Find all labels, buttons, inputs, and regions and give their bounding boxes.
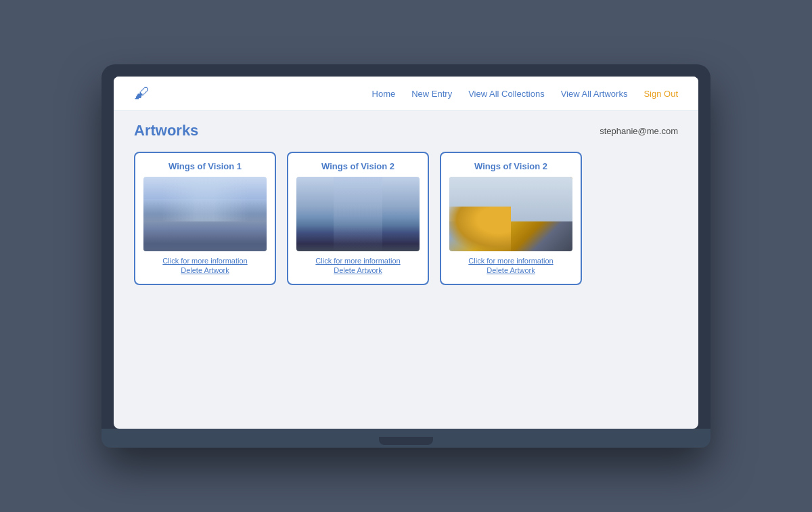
laptop-base [102,429,710,448]
laptop-notch [379,437,433,445]
nav-new-entry[interactable]: New Entry [411,89,452,99]
app-container: 🖌 Home New Entry View All Collections Vi… [114,77,698,429]
artworks-grid: Wings of Vision 1 Click for more informa… [114,146,698,305]
artwork-more-info-3[interactable]: Click for more information [449,257,572,265]
artwork-card-2: Wings of Vision 2 Click for more informa… [287,152,429,285]
nav-view-collections[interactable]: View All Collections [468,89,544,99]
logo-icon: 🖌 [134,85,149,102]
nav-home[interactable]: Home [372,89,396,99]
artwork-image-2 [296,177,420,251]
laptop-screen: 🖌 Home New Entry View All Collections Vi… [114,77,698,429]
navbar: 🖌 Home New Entry View All Collections Vi… [114,77,698,111]
artwork-title-2: Wings of Vision 2 [296,161,420,171]
artwork-links-3: Click for more information Delete Artwor… [449,257,572,274]
page-header: Artworks stephanie@me.com [114,111,698,146]
artwork-card-1: Wings of Vision 1 Click for more informa… [134,152,276,285]
artwork-links-1: Click for more information Delete Artwor… [143,257,267,274]
nav-links: Home New Entry View All Collections View… [372,89,678,99]
artwork-links-2: Click for more information Delete Artwor… [296,257,420,274]
page-title: Artworks [134,122,198,140]
artwork-delete-3[interactable]: Delete Artwork [449,266,572,274]
artwork-image-3 [449,177,572,251]
logo: 🖌 [134,85,149,102]
artwork-delete-2[interactable]: Delete Artwork [296,266,420,274]
user-email: stephanie@me.com [600,126,678,136]
artwork-title-1: Wings of Vision 1 [143,161,267,171]
artwork-image-1 [143,177,267,251]
artwork-more-info-2[interactable]: Click for more information [296,257,420,265]
artwork-title-3: Wings of Vision 2 [449,161,572,171]
artwork-delete-1[interactable]: Delete Artwork [143,266,267,274]
nav-view-artworks[interactable]: View All Artworks [561,89,628,99]
laptop-frame: 🖌 Home New Entry View All Collections Vi… [102,64,710,448]
artwork-card-3: Wings of Vision 2 Click for more informa… [440,152,582,285]
nav-signout[interactable]: Sign Out [644,89,678,99]
artwork-more-info-1[interactable]: Click for more information [143,257,267,265]
